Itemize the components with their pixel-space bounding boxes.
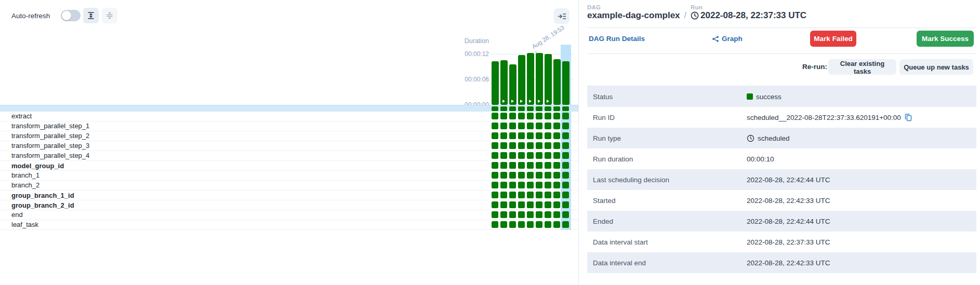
task-label[interactable]: branch_1 xyxy=(11,171,39,180)
run-state-square[interactable] xyxy=(562,106,569,111)
task-instance-square[interactable] xyxy=(492,192,498,198)
task-instance-square[interactable] xyxy=(518,113,525,119)
task-label[interactable]: branch_2 xyxy=(11,181,39,190)
duration-bar[interactable] xyxy=(527,53,534,105)
task-instance-square[interactable] xyxy=(536,142,542,149)
task-instance-square[interactable] xyxy=(492,211,498,218)
run-state-square[interactable] xyxy=(553,106,560,111)
queue-up-new-tasks-button[interactable]: Queue up new tasks xyxy=(899,59,973,75)
task-instance-square[interactable] xyxy=(536,211,542,218)
task-instance-square[interactable] xyxy=(553,113,560,119)
task-instance-square[interactable] xyxy=(492,142,498,149)
task-instance-square[interactable] xyxy=(518,211,525,218)
task-instance-square[interactable] xyxy=(536,113,542,119)
task-instance-square[interactable] xyxy=(545,192,551,198)
task-instance-square[interactable] xyxy=(509,172,516,179)
task-instance-square[interactable] xyxy=(509,113,516,119)
task-instance-square[interactable] xyxy=(518,221,525,228)
task-instance-square[interactable] xyxy=(518,162,525,169)
task-instance-square[interactable] xyxy=(492,221,498,228)
task-instance-square[interactable] xyxy=(545,113,551,119)
run-state-square[interactable] xyxy=(500,106,507,111)
task-instance-square[interactable] xyxy=(492,201,498,208)
task-instance-square[interactable] xyxy=(536,201,542,208)
task-instance-square[interactable] xyxy=(553,211,560,218)
task-label[interactable]: leaf_task xyxy=(11,220,38,229)
task-instance-square[interactable] xyxy=(545,162,551,169)
mark-success-button[interactable]: Mark Success xyxy=(917,31,974,47)
task-instance-square[interactable] xyxy=(500,211,507,218)
task-instance-square[interactable] xyxy=(536,162,542,169)
task-instance-square[interactable] xyxy=(509,192,516,198)
task-instance-square[interactable] xyxy=(509,162,516,169)
task-instance-square[interactable] xyxy=(553,132,560,139)
task-instance-square[interactable] xyxy=(500,123,507,129)
task-instance-square[interactable] xyxy=(536,182,542,188)
task-instance-square[interactable] xyxy=(518,142,525,149)
task-instance-square[interactable] xyxy=(562,123,569,129)
run-state-square[interactable] xyxy=(527,106,534,111)
task-instance-square[interactable] xyxy=(509,142,516,149)
task-instance-square[interactable] xyxy=(500,142,507,149)
task-instance-square[interactable] xyxy=(545,152,551,159)
run-state-square[interactable] xyxy=(545,106,551,111)
task-instance-square[interactable] xyxy=(518,152,525,159)
task-instance-square[interactable] xyxy=(545,172,551,179)
task-instance-square[interactable] xyxy=(545,142,551,149)
task-instance-square[interactable] xyxy=(527,192,534,198)
task-instance-square[interactable] xyxy=(562,152,569,159)
task-instance-square[interactable] xyxy=(562,172,569,179)
toggle-details-panel-button[interactable] xyxy=(554,8,570,24)
run-time[interactable]: 2022-08-28, 22:37:33 UTC xyxy=(700,10,806,21)
task-instance-square[interactable] xyxy=(562,211,569,218)
task-instance-square[interactable] xyxy=(492,172,498,179)
task-instance-square[interactable] xyxy=(553,152,560,159)
task-instance-square[interactable] xyxy=(553,192,560,198)
task-instance-square[interactable] xyxy=(527,172,534,179)
task-instance-square[interactable] xyxy=(518,192,525,198)
task-instance-square[interactable] xyxy=(500,182,507,188)
duration-bar[interactable] xyxy=(553,59,561,105)
task-instance-square[interactable] xyxy=(545,132,551,139)
task-instance-square[interactable] xyxy=(545,201,551,208)
task-label[interactable]: transform_parallel_step_4 xyxy=(11,151,89,160)
duration-bar[interactable] xyxy=(500,60,508,105)
task-instance-square[interactable] xyxy=(518,123,525,129)
auto-refresh-toggle[interactable] xyxy=(61,10,81,21)
task-instance-square[interactable] xyxy=(562,221,569,228)
task-instance-square[interactable] xyxy=(553,142,560,149)
task-instance-square[interactable] xyxy=(562,182,569,188)
clear-existing-tasks-button[interactable]: Clear existing tasks xyxy=(828,59,896,75)
task-instance-square[interactable] xyxy=(545,123,551,129)
task-instance-square[interactable] xyxy=(500,152,507,159)
task-instance-square[interactable] xyxy=(536,123,542,129)
task-instance-square[interactable] xyxy=(518,182,525,188)
task-instance-square[interactable] xyxy=(509,152,516,159)
task-instance-square[interactable] xyxy=(500,132,507,139)
task-label[interactable]: extract xyxy=(11,112,32,121)
task-instance-square[interactable] xyxy=(562,192,569,198)
duration-bar[interactable] xyxy=(536,53,543,105)
task-instance-square[interactable] xyxy=(500,162,507,169)
task-instance-square[interactable] xyxy=(545,211,551,218)
task-instance-square[interactable] xyxy=(562,142,569,149)
task-instance-square[interactable] xyxy=(545,182,551,188)
task-instance-square[interactable] xyxy=(492,152,498,159)
task-instance-square[interactable] xyxy=(553,182,560,188)
duration-bar[interactable] xyxy=(518,55,525,105)
duration-bar[interactable] xyxy=(562,61,570,105)
mark-failed-button[interactable]: Mark Failed xyxy=(810,31,856,47)
task-label[interactable]: transform_parallel_step_3 xyxy=(11,141,89,151)
duration-bar[interactable] xyxy=(492,61,499,105)
task-instance-square[interactable] xyxy=(553,172,560,179)
task-instance-square[interactable] xyxy=(509,221,516,228)
task-instance-square[interactable] xyxy=(553,201,560,208)
expand-groups-button[interactable] xyxy=(83,8,99,23)
task-instance-square[interactable] xyxy=(527,152,534,159)
task-instance-square[interactable] xyxy=(500,192,507,198)
dag-run-details-tab[interactable]: DAG Run Details xyxy=(589,35,645,43)
task-instance-square[interactable] xyxy=(536,192,542,198)
task-label[interactable]: end xyxy=(11,210,23,220)
task-instance-square[interactable] xyxy=(562,132,569,139)
copy-icon[interactable] xyxy=(904,113,912,121)
